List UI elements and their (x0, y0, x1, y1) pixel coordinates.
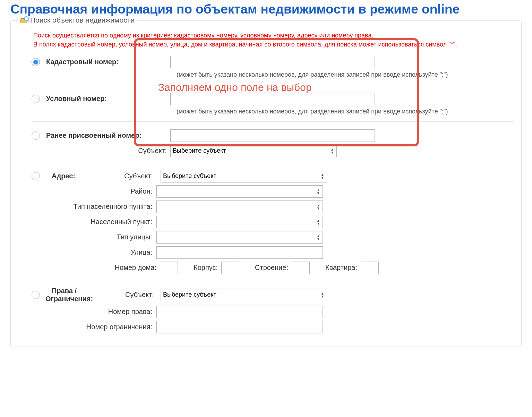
select-addr-settlement[interactable]: ▲▼ (156, 216, 323, 228)
page-title: Справочная информация по объектам недвиж… (10, 2, 522, 17)
select-addr-settlement-type[interactable]: ▲▼ (156, 201, 323, 213)
label-rights: Права / Ограничения: (45, 287, 93, 303)
select-addr-street-type[interactable]: ▲▼ (156, 231, 323, 244)
radio-previous[interactable] (32, 131, 40, 140)
label-rights-subject: Субъект: (125, 291, 157, 298)
label-restriction-number: Номер ограничения: (86, 323, 152, 331)
input-restriction-number[interactable] (156, 321, 323, 333)
input-previous[interactable] (170, 129, 375, 142)
label-addr-settlement-type: Тип населенного пункта: (73, 203, 152, 210)
info-line-1: Поиск осуществляется по одному из критер… (33, 31, 514, 40)
search-folder-icon (20, 17, 28, 23)
info-line-2: В полях кадастровый номер, условный номе… (33, 40, 514, 49)
input-addr-corpus[interactable] (221, 262, 239, 274)
input-addr-apartment[interactable] (361, 262, 379, 274)
select-addr-street-type-value[interactable] (156, 231, 323, 244)
input-addr-house[interactable] (160, 262, 178, 274)
input-cadastral[interactable] (170, 56, 375, 68)
hint-cadastral: (может быть указано несколько номеров, д… (177, 71, 514, 78)
panel-title: Поиск объектов недвижимости (30, 16, 135, 24)
select-rights-subject-value[interactable] (161, 289, 327, 301)
label-previous: Ранее присвоенный номер: (46, 131, 141, 139)
label-rights-number: Номер права: (108, 308, 152, 315)
label-addr-house: Номер дома: (32, 264, 160, 272)
label-addr-subject: Субъект: (124, 172, 156, 180)
panel-legend: Поиск объектов недвижимости (18, 16, 137, 24)
label-addr-district: Район: (130, 187, 152, 195)
label-previous-subject: Субъект: (138, 147, 170, 155)
input-addr-street[interactable] (156, 246, 323, 259)
select-addr-district[interactable]: ▲▼ (156, 185, 323, 198)
hint-conditional: (может быть указано несколько номеров, д… (177, 108, 514, 115)
select-rights-subject[interactable]: ▲▼ (161, 289, 327, 301)
select-addr-subject[interactable]: ▲▼ (161, 170, 327, 182)
label-addr-corpus: Корпус: (194, 264, 221, 272)
search-panel: Поиск объектов недвижимости Поиск осущес… (10, 20, 522, 347)
radio-address[interactable] (32, 172, 40, 180)
radio-rights[interactable] (32, 291, 40, 299)
radio-conditional[interactable] (32, 95, 40, 103)
select-addr-settlement-type-value[interactable] (156, 201, 323, 213)
select-addr-settlement-value[interactable] (156, 216, 323, 228)
radio-cadastral[interactable] (32, 58, 40, 66)
info-block: Поиск осуществляется по одному из критер… (33, 31, 514, 49)
label-addr-street-type: Тип улицы: (117, 233, 152, 241)
label-address: Адрес: (52, 172, 75, 180)
input-addr-building[interactable] (292, 262, 310, 274)
label-addr-building: Строение: (255, 264, 292, 272)
select-previous-subject-value[interactable] (170, 145, 337, 157)
select-addr-district-value[interactable] (156, 185, 323, 198)
label-addr-apartment: Квартира: (325, 264, 361, 272)
label-cadastral: Кадастровый номер: (46, 58, 119, 66)
label-addr-settlement: Населенный пункт: (91, 218, 152, 225)
select-previous-subject[interactable]: ▲▼ (170, 145, 337, 157)
select-addr-subject-value[interactable] (161, 170, 327, 182)
input-conditional[interactable] (170, 93, 375, 105)
label-addr-street: Улица: (131, 248, 152, 256)
label-conditional: Условный номер: (46, 95, 107, 103)
input-rights-number[interactable] (156, 306, 323, 318)
